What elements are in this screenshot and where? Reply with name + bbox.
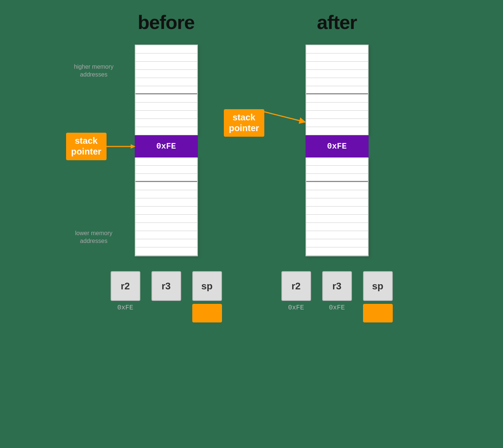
before-stack-pointer-block: 0xFE	[135, 135, 198, 158]
before-memory-top	[135, 45, 198, 135]
before-bot-row-4	[135, 182, 197, 190]
after-registers-row: r2 0xFE r3 0xFE sp	[281, 271, 393, 322]
before-reg-sp-box: sp	[192, 271, 222, 301]
before-reg-r3-box: r3	[151, 271, 181, 301]
before-sp-container: stack pointer 0xFE	[135, 135, 198, 158]
after-memory-stack: stack pointer 0xFE	[306, 45, 369, 256]
before-bot-row-8	[135, 215, 197, 223]
before-bot-row-11	[135, 239, 197, 247]
after-bot-row-9	[306, 223, 368, 231]
before-lower-addr-label: lower memoryaddresses	[66, 230, 122, 245]
before-row-6	[135, 86, 197, 94]
after-stack-pointer-block: 0xFE	[306, 135, 369, 158]
before-row-8	[135, 103, 197, 111]
before-row-1	[135, 45, 197, 53]
before-reg-r2: r2 0xFE	[111, 271, 140, 311]
after-reg-sp-value-orange	[363, 304, 393, 322]
after-row-5	[306, 78, 368, 86]
after-bot-row-12	[306, 247, 368, 256]
after-bot-row-1	[306, 158, 368, 166]
after-bot-row-4	[306, 182, 368, 190]
after-bot-row-11	[306, 239, 368, 247]
before-sp-label-box: stack pointer	[66, 133, 107, 160]
after-row-9	[306, 111, 368, 119]
after-reg-sp-box: sp	[363, 271, 393, 301]
before-row-7	[135, 94, 197, 103]
before-row-5	[135, 78, 197, 86]
after-reg-r2-box: r2	[281, 271, 311, 301]
before-row-3	[135, 62, 197, 70]
after-row-8	[306, 103, 368, 111]
before-bot-row-7	[135, 207, 197, 215]
after-row-11	[306, 127, 368, 135]
before-higher-addr-label: higher memoryaddresses	[66, 63, 122, 79]
after-bot-row-3	[306, 174, 368, 182]
before-reg-r2-value: 0xFE	[117, 304, 133, 311]
before-sp-label: stack pointer	[66, 133, 107, 160]
before-reg-sp: sp	[192, 271, 222, 322]
before-bot-row-6	[135, 198, 197, 207]
main-container: before higher memoryaddresses	[0, 0, 503, 448]
svg-marker-1	[131, 144, 135, 149]
after-reg-sp: sp	[363, 271, 393, 322]
after-reg-r2: r2 0xFE	[281, 271, 311, 311]
after-row-7	[306, 94, 368, 103]
before-bot-row-9	[135, 223, 197, 231]
before-memory-bottom	[135, 158, 198, 256]
before-title: before	[138, 11, 195, 33]
after-memory-top	[306, 45, 369, 135]
after-stack-value: 0xFE	[327, 142, 347, 151]
after-bot-row-7	[306, 207, 368, 215]
after-row-4	[306, 70, 368, 78]
before-row-2	[135, 53, 197, 62]
after-reg-r3: r3 0xFE	[322, 271, 352, 311]
before-bot-row-12	[135, 247, 197, 256]
after-row-10	[306, 119, 368, 127]
after-bot-row-5	[306, 190, 368, 198]
after-memory-bottom	[306, 158, 369, 256]
before-bot-row-2	[135, 166, 197, 174]
after-bot-row-6	[306, 198, 368, 207]
after-row-2	[306, 53, 368, 62]
before-memory-stack: higher memoryaddresses	[135, 45, 198, 256]
after-reg-r3-value: 0xFE	[329, 304, 345, 311]
before-row-4	[135, 70, 197, 78]
after-sp-label: stack pointer	[224, 109, 264, 137]
after-section: after stack	[281, 11, 393, 322]
before-stack-value: 0xFE	[156, 142, 176, 151]
before-row-11	[135, 127, 197, 135]
after-reg-r2-value: 0xFE	[288, 304, 304, 311]
before-bot-row-1	[135, 158, 197, 166]
after-reg-r3-box: r3	[322, 271, 352, 301]
before-reg-r3: r3	[151, 271, 181, 301]
before-bot-row-10	[135, 231, 197, 239]
after-bot-row-2	[306, 166, 368, 174]
after-sp-container: stack pointer 0xFE	[306, 135, 369, 158]
after-arrow-svg	[264, 108, 313, 138]
before-section: before higher memoryaddresses	[111, 11, 222, 322]
before-bot-row-5	[135, 190, 197, 198]
after-bot-row-10	[306, 231, 368, 239]
before-row-10	[135, 119, 197, 127]
after-row-6	[306, 86, 368, 94]
svg-line-3	[264, 112, 306, 122]
before-bot-row-3	[135, 174, 197, 182]
after-row-1	[306, 45, 368, 53]
before-reg-r2-box: r2	[111, 271, 140, 301]
before-arrow-svg	[107, 143, 136, 150]
before-reg-sp-value-orange	[192, 304, 222, 322]
after-title: after	[317, 11, 357, 33]
before-row-9	[135, 111, 197, 119]
after-row-3	[306, 62, 368, 70]
after-bot-row-8	[306, 215, 368, 223]
after-sp-label-box: stack pointer	[224, 109, 264, 137]
before-registers-row: r2 0xFE r3 sp	[111, 271, 222, 322]
